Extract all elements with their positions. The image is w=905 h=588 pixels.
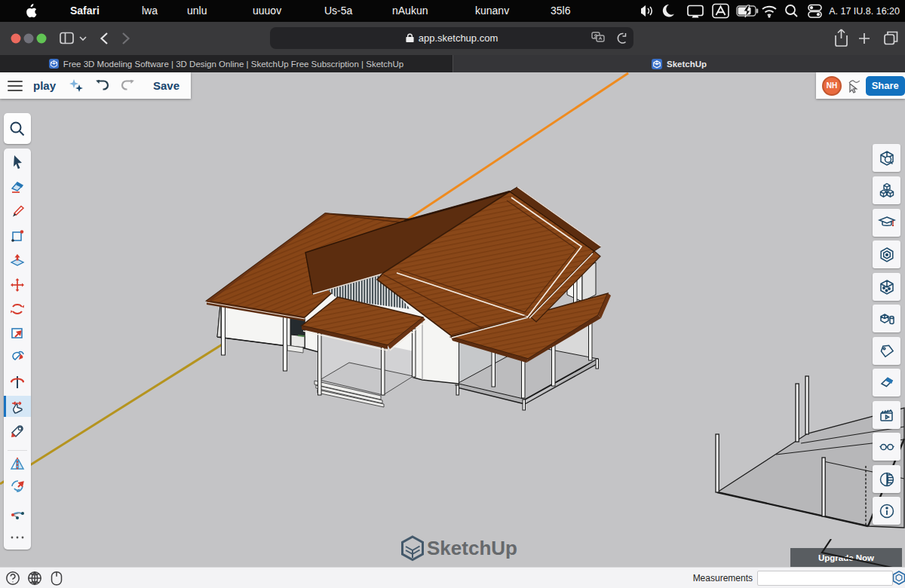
svg-text:A. 17 IU.8. 16:20: A. 17 IU.8. 16:20 <box>829 6 900 17</box>
svg-text:SketchUp: SketchUp <box>427 537 517 559</box>
